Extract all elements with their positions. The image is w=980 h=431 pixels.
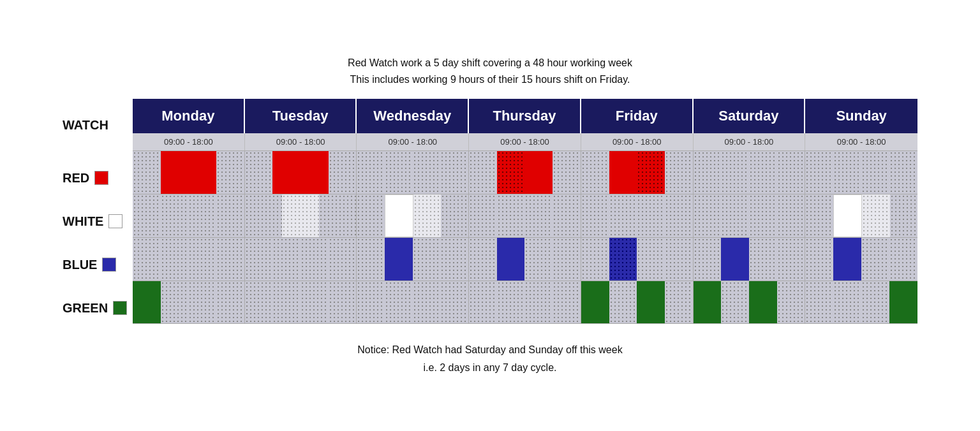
header-friday: Friday bbox=[581, 99, 694, 133]
green-sunday bbox=[805, 281, 917, 323]
row-red bbox=[133, 150, 917, 194]
blue-monday bbox=[133, 238, 245, 281]
time-tuesday: 09:00 - 18:00 bbox=[245, 133, 357, 150]
header-sunday: Sunday bbox=[805, 99, 917, 133]
row-blue bbox=[133, 237, 917, 281]
bottom-notice-line1: Notice: Red Watch had Saturday and Sunda… bbox=[357, 344, 622, 355]
green-monday bbox=[133, 281, 245, 323]
white-wednesday bbox=[357, 194, 469, 237]
watch-label-blue: BLUE bbox=[63, 243, 133, 286]
green-color-box bbox=[113, 301, 127, 315]
green-saturday bbox=[694, 281, 806, 323]
red-sunday bbox=[805, 151, 917, 194]
watch-name-green: GREEN bbox=[63, 301, 108, 316]
watch-label-green: GREEN bbox=[63, 286, 133, 330]
header-saturday: Saturday bbox=[694, 99, 806, 133]
red-tuesday bbox=[245, 151, 357, 194]
header-monday: Monday bbox=[133, 99, 245, 133]
schedule-wrapper: WATCH RED WHITE BLUE GREEN Monday Tuesda… bbox=[63, 99, 917, 330]
red-wednesday bbox=[357, 151, 469, 194]
time-thursday: 09:00 - 18:00 bbox=[469, 133, 581, 150]
blue-color-box bbox=[102, 258, 116, 272]
green-thursday bbox=[469, 281, 581, 323]
time-wednesday: 09:00 - 18:00 bbox=[357, 133, 469, 150]
watch-name-white: WHITE bbox=[63, 214, 103, 229]
time-row: 09:00 - 18:00 09:00 - 18:00 09:00 - 18:0… bbox=[133, 133, 917, 150]
header-wednesday: Wednesday bbox=[357, 99, 469, 133]
top-notice-line2: This includes working 9 hours of their 1… bbox=[350, 74, 630, 85]
watch-name-red: RED bbox=[63, 171, 89, 186]
time-sunday: 09:00 - 18:00 bbox=[805, 133, 917, 150]
white-sunday bbox=[805, 194, 917, 237]
bottom-notice: Notice: Red Watch had Saturday and Sunda… bbox=[357, 341, 622, 376]
red-monday bbox=[133, 151, 245, 194]
bottom-notice-line2: i.e. 2 days in any 7 day cycle. bbox=[423, 362, 556, 373]
blue-thursday bbox=[469, 238, 581, 281]
white-tuesday bbox=[245, 194, 357, 237]
watch-label-red: RED bbox=[63, 156, 133, 200]
time-friday: 09:00 - 18:00 bbox=[581, 133, 694, 150]
green-tuesday bbox=[245, 281, 357, 323]
red-color-box bbox=[94, 171, 108, 185]
header-tuesday: Tuesday bbox=[245, 99, 357, 133]
red-thursday bbox=[469, 151, 581, 194]
red-saturday bbox=[694, 151, 806, 194]
watch-name-blue: BLUE bbox=[63, 258, 97, 272]
top-notice: Red Watch work a 5 day shift covering a … bbox=[348, 55, 632, 87]
row-white bbox=[133, 194, 917, 237]
time-saturday: 09:00 - 18:00 bbox=[694, 133, 806, 150]
blue-friday bbox=[581, 238, 694, 281]
schedule-grid: Monday Tuesday Wednesday Thursday Friday… bbox=[133, 99, 917, 330]
time-monday: 09:00 - 18:00 bbox=[133, 133, 245, 150]
blue-wednesday bbox=[357, 238, 469, 281]
watch-label-white: WHITE bbox=[63, 200, 133, 243]
white-monday bbox=[133, 194, 245, 237]
white-color-box bbox=[108, 214, 122, 228]
top-notice-line1: Red Watch work a 5 day shift covering a … bbox=[348, 57, 632, 68]
red-friday bbox=[581, 151, 694, 194]
green-wednesday bbox=[357, 281, 469, 323]
white-friday bbox=[581, 194, 694, 237]
watch-labels: WATCH RED WHITE BLUE GREEN bbox=[63, 99, 133, 330]
header-row: Monday Tuesday Wednesday Thursday Friday… bbox=[133, 99, 917, 133]
white-saturday bbox=[694, 194, 806, 237]
green-friday bbox=[581, 281, 694, 323]
blue-sunday bbox=[805, 238, 917, 281]
white-thursday bbox=[469, 194, 581, 237]
row-green bbox=[133, 281, 917, 324]
blue-tuesday bbox=[245, 238, 357, 281]
blue-saturday bbox=[694, 238, 806, 281]
header-thursday: Thursday bbox=[469, 99, 581, 133]
